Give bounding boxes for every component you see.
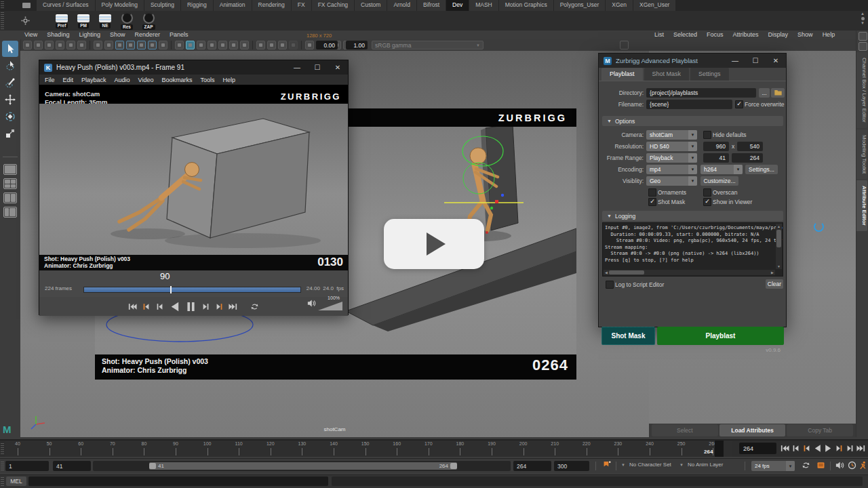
- lasso-tool[interactable]: [2, 58, 18, 74]
- shaded-icon[interactable]: [186, 41, 195, 49]
- shelf-tab-xgen[interactable]: XGen: [606, 0, 633, 11]
- load-attributes-button[interactable]: Load Attributes: [719, 424, 786, 436]
- timeline-next-key-button[interactable]: [834, 443, 844, 454]
- select-tool[interactable]: [2, 41, 18, 57]
- camera-dropdown[interactable]: shotCam▼: [646, 130, 697, 140]
- timeline-play-forward-button[interactable]: [823, 443, 833, 454]
- vertical-scrollbar[interactable]: ▲ ▼: [776, 224, 782, 269]
- step-forward-button[interactable]: [201, 302, 210, 311]
- player-playhead[interactable]: [170, 286, 172, 293]
- rotate-tool[interactable]: [2, 108, 18, 125]
- minimize-button[interactable]: —: [287, 60, 307, 75]
- loop-button[interactable]: [250, 302, 259, 311]
- dock-tab-channel-box-layer-editor[interactable]: Channel Box / Layer Editor: [856, 52, 867, 128]
- shelf-tab-xgen-user[interactable]: XGen_User: [633, 0, 675, 11]
- menu-ae-display[interactable]: Display: [768, 31, 789, 38]
- dock-icon[interactable]: [859, 42, 867, 51]
- player-title-bar[interactable]: K Heavy Push (Polish) v003.mp4 - Frame 9…: [39, 60, 348, 75]
- open-folder-button[interactable]: [771, 88, 785, 98]
- shelf-scrollbar[interactable]: ▲▼: [859, 12, 866, 26]
- menu-ae-list[interactable]: List: [654, 31, 664, 38]
- character-set-icon[interactable]: [601, 461, 612, 471]
- directory-field[interactable]: {project}/playblasts: [646, 88, 756, 98]
- menu-player-tools[interactable]: Tools: [200, 77, 214, 83]
- go-end-button[interactable]: [229, 302, 237, 311]
- clear-log-button[interactable]: Clear: [766, 279, 783, 289]
- command-line-input[interactable]: [28, 476, 328, 486]
- shelf-tab-bifrost[interactable]: Bifrost: [417, 0, 446, 11]
- scroll-left-icon[interactable]: ◀: [604, 270, 609, 275]
- shelf-tab-custom[interactable]: Custom: [355, 0, 387, 11]
- grease-pencil-icon[interactable]: [66, 41, 75, 49]
- camera-attrs-icon[interactable]: [34, 41, 43, 49]
- timeline-playhead[interactable]: [715, 441, 724, 457]
- inactive-icon[interactable]: [289, 41, 298, 49]
- visibility-dropdown[interactable]: Geo▼: [646, 176, 697, 186]
- range-slider-track[interactable]: 41 264: [93, 461, 511, 471]
- player-seek-bar[interactable]: [83, 287, 301, 293]
- encoder-settings-button[interactable]: Settings...: [745, 165, 778, 174]
- log-output[interactable]: Input #0, image2, from 'C:/Users/czurbri…: [602, 222, 783, 277]
- player-video-area[interactable]: Camera: shotCam Focal Length: 35mm ZURBR…: [39, 85, 348, 270]
- menu-ae-attributes[interactable]: Attributes: [733, 31, 759, 38]
- exposure-field[interactable]: 0.00: [316, 41, 338, 49]
- select-highlight-icon[interactable]: [305, 41, 314, 49]
- chevron-down-icon[interactable]: ▼: [621, 463, 625, 467]
- paint-select-tool[interactable]: [2, 75, 18, 91]
- camera-lock-icon[interactable]: [45, 41, 54, 49]
- shelf-button-pm[interactable]: PM: [73, 14, 94, 28]
- menu-player-help[interactable]: Help: [222, 77, 235, 83]
- minimize-button[interactable]: —: [725, 54, 745, 68]
- shot-mask-checkbox[interactable]: ✓: [648, 198, 656, 206]
- textured-icon[interactable]: [197, 41, 205, 49]
- pause-button[interactable]: [185, 301, 197, 312]
- select-button[interactable]: Select: [652, 424, 718, 436]
- menu-ae-focus[interactable]: Focus: [707, 31, 724, 38]
- shelf-tab-arnold[interactable]: Arnold: [387, 0, 416, 11]
- scale-tool[interactable]: [2, 125, 18, 142]
- shelf-button-zap[interactable]: ZAP: [138, 12, 159, 30]
- marker-icon[interactable]: [77, 41, 86, 49]
- menu-player-audio[interactable]: Audio: [115, 77, 130, 83]
- dock-tab-attribute-editor[interactable]: Attribute Editor: [856, 180, 867, 231]
- shelf-tab-polygons-user[interactable]: Polygons_User: [554, 0, 606, 11]
- video-play-button[interactable]: [384, 219, 484, 269]
- toolbar-end-box[interactable]: [620, 41, 629, 49]
- range-start-handle[interactable]: [149, 463, 156, 469]
- shelf-tab-sculpting[interactable]: Sculpting: [144, 0, 180, 11]
- menu-player-file[interactable]: File: [45, 77, 55, 83]
- field-chart-icon[interactable]: [137, 41, 146, 49]
- layout-four-pane-button[interactable]: [3, 178, 17, 189]
- mute-icon[interactable]: [834, 461, 845, 471]
- view-transform-dropdown[interactable]: sRGB gamma ▼: [372, 41, 484, 49]
- shelf-button-pref[interactable]: Pref: [52, 14, 72, 28]
- maximize-button[interactable]: ☐: [307, 60, 328, 75]
- wireframe-icon[interactable]: [175, 41, 184, 49]
- menu-ae-help[interactable]: Help: [823, 31, 835, 38]
- ao-icon[interactable]: [229, 41, 238, 49]
- shelf-gear-icon[interactable]: [21, 16, 30, 28]
- dock-tab-modeling-toolkit[interactable]: Modeling Toolkit: [856, 129, 867, 179]
- log-to-script-editor-checkbox[interactable]: [606, 281, 614, 289]
- dialog-tab-settings[interactable]: Settings: [690, 68, 729, 81]
- bookmark-icon[interactable]: [56, 41, 64, 49]
- range-slider-bar[interactable]: 41 264: [149, 462, 457, 470]
- frame-end-field[interactable]: 264: [732, 153, 763, 163]
- move-tool[interactable]: [2, 92, 18, 108]
- scroll-down-icon[interactable]: ▼: [776, 264, 782, 269]
- current-frame-field[interactable]: 264: [739, 443, 776, 454]
- playback-start-field[interactable]: 41: [53, 461, 91, 471]
- close-button[interactable]: ✕: [328, 60, 348, 75]
- options-section-header[interactable]: ▼ Options: [602, 116, 783, 126]
- timeline-go-end-button[interactable]: [856, 443, 866, 454]
- drag-grip[interactable]: [1, 477, 4, 486]
- fps-dropdown[interactable]: 24 fps ▼: [751, 461, 795, 471]
- all-lights-icon[interactable]: [208, 41, 216, 49]
- menu-panel-lighting[interactable]: Lighting: [79, 31, 100, 38]
- shelf-editor-icon[interactable]: [22, 3, 31, 8]
- chevron-down-icon[interactable]: ▼: [679, 463, 684, 467]
- play-backward-button[interactable]: [169, 301, 180, 312]
- anim-layer-dropdown[interactable]: No Anim Layer: [688, 462, 723, 468]
- safe-action-icon[interactable]: [148, 41, 157, 49]
- range-end-handle[interactable]: [450, 463, 457, 469]
